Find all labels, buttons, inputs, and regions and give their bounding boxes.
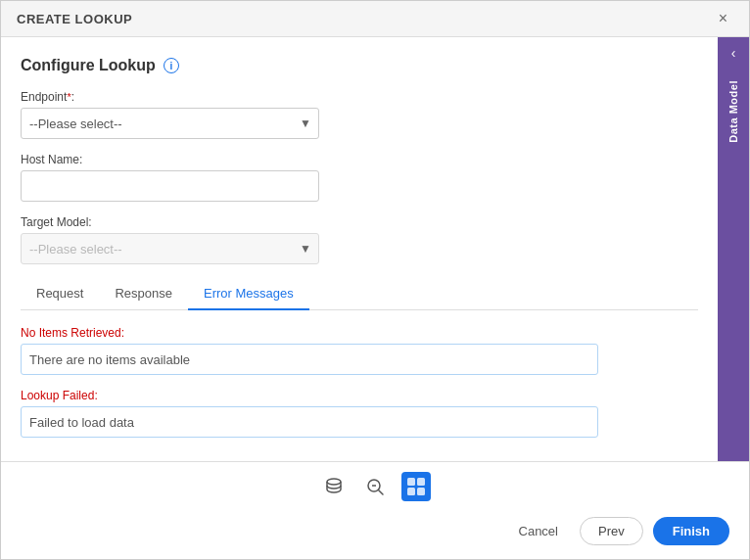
cancel-button[interactable]: Cancel <box>507 518 570 544</box>
configure-icon[interactable] <box>401 472 431 501</box>
tab-request[interactable]: Request <box>21 278 99 310</box>
no-items-label: No Items Retrieved: <box>21 326 698 340</box>
endpoint-select-wrapper: --Please select-- ▼ <box>21 108 319 139</box>
side-panel: ‹ Data Model <box>718 37 749 461</box>
side-panel-arrow[interactable]: ‹ <box>731 45 736 61</box>
modal-container: CREATE LOOKUP × Configure Lookup i Endpo… <box>0 0 750 560</box>
target-model-label: Target Model: <box>21 215 698 229</box>
modal-footer: Cancel Prev Finish <box>1 461 749 559</box>
svg-rect-4 <box>407 478 415 486</box>
lookup-failed-input[interactable] <box>21 406 598 438</box>
tab-response[interactable]: Response <box>99 278 188 310</box>
database-icon[interactable] <box>319 472 349 501</box>
svg-rect-5 <box>417 478 425 486</box>
finish-button[interactable]: Finish <box>653 517 729 545</box>
no-items-input[interactable] <box>21 344 598 375</box>
tabs-container: Request Response Error Messages <box>21 278 698 310</box>
tab-content-error-messages: No Items Retrieved: Lookup Failed: <box>21 310 698 451</box>
side-panel-label[interactable]: Data Model <box>727 80 739 143</box>
tab-error-messages[interactable]: Error Messages <box>188 278 309 310</box>
footer-icons <box>1 462 749 509</box>
endpoint-label: Endpoint*: <box>21 90 698 104</box>
modal-header: CREATE LOOKUP × <box>1 1 749 37</box>
svg-line-3 <box>379 490 384 495</box>
info-icon[interactable]: i <box>164 58 179 73</box>
hostname-group: Host Name: <box>21 153 698 202</box>
required-star: * <box>67 91 70 103</box>
prev-button[interactable]: Prev <box>580 517 643 545</box>
target-model-select[interactable]: --Please select-- <box>21 233 319 264</box>
hostname-label: Host Name: <box>21 153 698 166</box>
svg-rect-6 <box>407 488 415 495</box>
footer-actions: Cancel Prev Finish <box>1 509 749 559</box>
modal-title: CREATE LOOKUP <box>17 12 132 26</box>
target-model-group: Target Model: --Please select-- ▼ <box>21 215 698 264</box>
svg-point-0 <box>327 479 341 485</box>
modal-body: Configure Lookup i Endpoint*: --Please s… <box>1 37 749 461</box>
endpoint-select[interactable]: --Please select-- <box>21 108 319 139</box>
hostname-input[interactable] <box>21 170 319 202</box>
section-title-text: Configure Lookup <box>21 57 156 74</box>
svg-rect-7 <box>417 488 425 495</box>
section-title: Configure Lookup i <box>21 57 698 74</box>
target-model-select-wrapper: --Please select-- ▼ <box>21 233 319 264</box>
endpoint-group: Endpoint*: --Please select-- ▼ <box>21 90 698 139</box>
close-button[interactable]: × <box>713 9 733 28</box>
search-minus-icon[interactable] <box>360 472 390 501</box>
main-content: Configure Lookup i Endpoint*: --Please s… <box>1 37 718 461</box>
lookup-failed-label: Lookup Failed: <box>21 389 698 402</box>
tabs: Request Response Error Messages <box>21 278 698 309</box>
